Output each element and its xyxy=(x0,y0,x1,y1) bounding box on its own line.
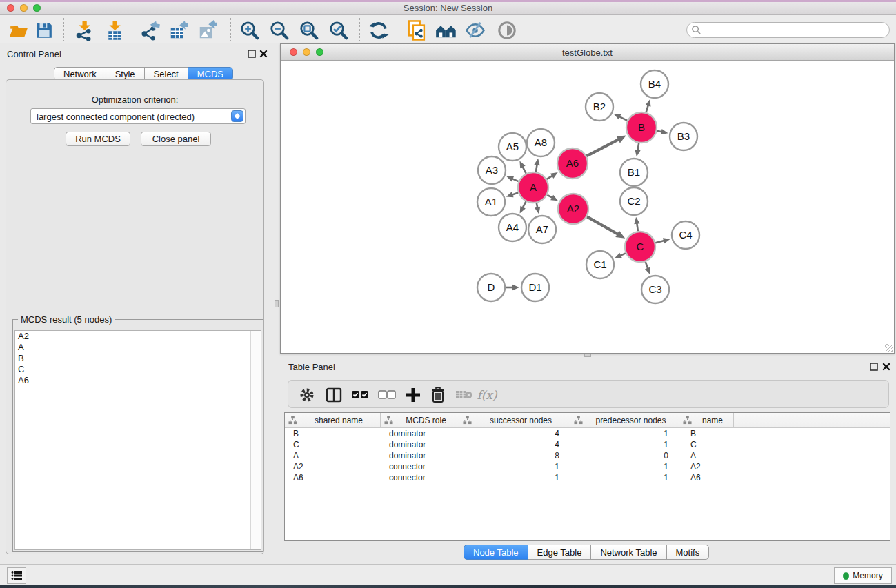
graph-edge-A2-C[interactable] xyxy=(587,216,619,234)
graph-node-A6[interactable]: A6 xyxy=(557,148,588,179)
result-list-item[interactable]: C xyxy=(15,364,261,375)
table-cell[interactable]: 8 xyxy=(459,450,570,461)
zoom-in-icon[interactable] xyxy=(237,20,262,41)
table-row[interactable]: Bdominator41B xyxy=(285,428,890,439)
result-list-item[interactable]: B xyxy=(15,353,261,364)
graph-node-D1[interactable]: D1 xyxy=(521,274,549,301)
select-all-columns-icon[interactable] xyxy=(349,386,371,404)
table-row[interactable]: A2connector11A2 xyxy=(285,461,890,472)
settings-icon[interactable] xyxy=(296,386,318,404)
home-layout-icon[interactable] xyxy=(434,20,459,41)
network-window-titlebar[interactable]: testGlobe.txt xyxy=(281,44,894,61)
optimization-criterion-select[interactable]: largest connected component (directed) xyxy=(30,108,246,124)
zoom-out-icon[interactable] xyxy=(267,20,292,41)
search-input[interactable] xyxy=(686,22,890,38)
memory-button[interactable]: Memory xyxy=(834,567,892,584)
export-table-icon[interactable] xyxy=(166,20,191,41)
table-cell[interactable]: dominator xyxy=(381,428,459,439)
column-header-successor-nodes[interactable]: successor nodes xyxy=(459,413,570,427)
table-cell[interactable]: 0 xyxy=(570,450,679,461)
table-cell[interactable]: connector xyxy=(381,472,459,483)
hide-selected-icon[interactable] xyxy=(463,20,488,41)
float-panel-icon[interactable] xyxy=(248,50,256,58)
tab-network[interactable]: Network xyxy=(54,67,106,81)
deselect-all-columns-icon[interactable] xyxy=(376,386,398,404)
graph-node-C3[interactable]: C3 xyxy=(641,276,669,303)
tab-mcds[interactable]: MCDS xyxy=(188,67,233,81)
search-field[interactable] xyxy=(686,22,890,38)
result-scrollbar[interactable] xyxy=(250,331,261,549)
table-cell[interactable]: 4 xyxy=(459,439,570,450)
zoom-fit-icon[interactable] xyxy=(297,20,321,41)
close-panel-button[interactable]: Close panel xyxy=(141,132,211,146)
run-mcds-button[interactable]: Run MCDS xyxy=(66,132,130,146)
table-cell[interactable]: 1 xyxy=(570,461,679,472)
column-header-predecessor-nodes[interactable]: predecessor nodes xyxy=(570,413,679,427)
show-all-icon[interactable] xyxy=(495,20,519,41)
column-header-name[interactable]: name xyxy=(679,413,734,427)
table-cell[interactable]: 1 xyxy=(570,439,679,450)
delete-columns-icon[interactable] xyxy=(427,386,449,404)
delete-table-icon[interactable] xyxy=(453,386,475,404)
table-cell[interactable]: A xyxy=(679,450,734,461)
tab-edge-table[interactable]: Edge Table xyxy=(528,545,592,560)
table-cell[interactable]: connector xyxy=(381,461,459,472)
graph-node-A7[interactable]: A7 xyxy=(528,216,556,243)
graph-node-B1[interactable]: B1 xyxy=(620,159,648,186)
graph-node-A1[interactable]: A1 xyxy=(477,188,505,216)
create-column-icon[interactable] xyxy=(402,386,424,404)
export-image-icon[interactable] xyxy=(195,20,220,41)
column-header-MCDS-role[interactable]: MCDS role xyxy=(381,413,459,427)
graph-node-A5[interactable]: A5 xyxy=(499,133,526,161)
table-cell[interactable]: C xyxy=(679,439,734,450)
table-cell[interactable]: B xyxy=(285,428,381,439)
resize-handle[interactable] xyxy=(885,344,893,352)
graph-edge-A6-B[interactable] xyxy=(586,139,619,156)
refresh-icon[interactable] xyxy=(366,20,391,41)
table-row[interactable]: Adominator80A xyxy=(285,450,890,461)
table-cell[interactable]: C xyxy=(285,439,381,450)
graph-edge-B-B2[interactable] xyxy=(619,116,628,121)
table-cell[interactable]: A2 xyxy=(679,461,734,472)
table-cell[interactable]: A6 xyxy=(679,472,734,483)
table-cell[interactable]: 1 xyxy=(570,472,679,483)
table-cell[interactable]: A6 xyxy=(285,472,381,483)
table-row[interactable]: A6connector11A6 xyxy=(285,472,890,483)
export-network-icon[interactable] xyxy=(138,20,163,41)
tab-select[interactable]: Select xyxy=(144,67,188,81)
import-network-icon[interactable] xyxy=(72,20,97,41)
tab-network-table[interactable]: Network Table xyxy=(590,545,666,560)
table-cell[interactable]: 1 xyxy=(459,461,570,472)
graph-node-C2[interactable]: C2 xyxy=(620,187,648,215)
graph-node-A8[interactable]: A8 xyxy=(527,129,555,156)
graph-edge-C-C4[interactable] xyxy=(655,241,665,243)
graph-node-B3[interactable]: B3 xyxy=(670,123,697,150)
graph-node-B4[interactable]: B4 xyxy=(641,70,668,98)
import-table-icon[interactable] xyxy=(102,20,127,41)
table-row[interactable]: Cdominator41C xyxy=(285,439,890,450)
table-cell[interactable]: dominator xyxy=(381,439,459,450)
graph-node-B[interactable]: B xyxy=(626,112,657,143)
graph-node-C4[interactable]: C4 xyxy=(672,221,699,249)
save-session-icon[interactable] xyxy=(32,20,57,41)
tab-motifs[interactable]: Motifs xyxy=(666,545,710,560)
table-cell[interactable]: A xyxy=(285,450,381,461)
graph-node-B2[interactable]: B2 xyxy=(586,93,613,121)
graph-node-D[interactable]: D xyxy=(477,274,505,301)
table-cell[interactable]: dominator xyxy=(381,450,459,461)
graph-node-A[interactable]: A xyxy=(518,172,548,203)
graph-node-A4[interactable]: A4 xyxy=(499,214,526,241)
result-list-item[interactable]: A2 xyxy=(15,331,261,342)
column-header-shared-name[interactable]: shared name xyxy=(285,413,381,427)
graph-node-A3[interactable]: A3 xyxy=(478,156,506,184)
float-table-panel-icon[interactable] xyxy=(870,363,878,371)
tab-style[interactable]: Style xyxy=(106,67,145,81)
table-cell[interactable]: 4 xyxy=(459,428,570,439)
task-history-button[interactable] xyxy=(7,567,26,584)
close-table-panel-icon[interactable] xyxy=(882,363,890,371)
zoom-selected-icon[interactable] xyxy=(326,20,351,41)
graph-node-A2[interactable]: A2 xyxy=(558,194,588,224)
function-builder-icon[interactable]: f(x) xyxy=(476,386,498,404)
close-panel-icon[interactable] xyxy=(259,50,268,58)
open-session-icon[interactable] xyxy=(6,20,31,41)
